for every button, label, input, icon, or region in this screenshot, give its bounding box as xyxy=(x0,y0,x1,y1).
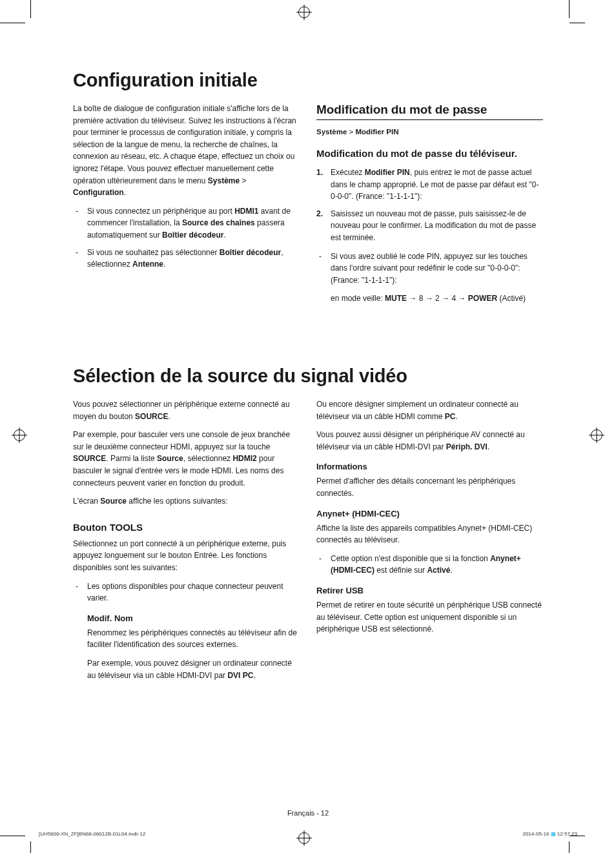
intro-bullets: Si vous connectez un périphérique au por… xyxy=(73,205,300,271)
label-hdmi2: HDMI2 xyxy=(232,454,256,463)
text: Si vous connectez un périphérique au por… xyxy=(87,207,234,216)
text: Si vous avez oublié le code PIN, appuyez… xyxy=(331,252,528,285)
text: L'écran xyxy=(73,497,100,506)
crop-mark xyxy=(569,0,570,18)
text: Saisissez un nouveau mot de passe, puis … xyxy=(331,209,536,242)
breadcrumb-modifier-pin: Modifier PIN xyxy=(355,128,398,136)
section-title-configuration: Configuration initiale xyxy=(73,70,543,91)
list-item: Cette option n'est disponible que si la … xyxy=(328,553,543,577)
crop-mark xyxy=(569,841,570,853)
text: Vous pouvez aussi désigner un périphériq… xyxy=(316,430,525,451)
paragraph: Affiche la liste des appareils compatibl… xyxy=(316,522,543,546)
label-active: Activé xyxy=(427,566,450,575)
crop-mark xyxy=(0,23,25,23)
section2-col-right: Ou encore désigner simplement un ordinat… xyxy=(316,398,543,688)
heading-informations: Informations xyxy=(316,462,543,471)
list-item: Les options disponibles pour chaque conn… xyxy=(85,581,300,604)
footer-timestamp: 2014-05-16 ▦ 12:57:23 xyxy=(522,831,577,837)
page-footer: Français - 12 xyxy=(0,809,616,817)
text: . xyxy=(223,231,225,240)
tools-desc: Sélectionnez un port connecté à un périp… xyxy=(73,538,300,574)
crop-mark xyxy=(0,836,25,836)
crop-mark xyxy=(30,0,31,18)
label-boitier: Boîtier décodeur xyxy=(220,248,281,257)
text: est définie sur xyxy=(375,566,427,575)
color-chip-icon: ▦ xyxy=(551,831,557,837)
label-source: Source xyxy=(100,497,127,506)
breadcrumb-sep: > xyxy=(240,176,246,185)
footer-time: 12:57:23 xyxy=(557,831,577,837)
document-page: Configuration initiale La boîte de dialo… xyxy=(0,0,616,853)
paragraph: Permet de retirer en toute sécurité un p… xyxy=(316,599,543,635)
heading-retirer-usb: Retirer USB xyxy=(316,586,543,595)
label-configuration: Configuration xyxy=(73,188,124,197)
paragraph: L'écran Source affiche les options suiva… xyxy=(73,495,300,508)
key-sequence: → 8 → 2 → 4 → xyxy=(407,294,468,303)
footer-filename: [UH5600-XN_ZF]BN68-06012B-01L04.indb 12 xyxy=(39,831,145,837)
password-steps: Exécutez Modifier PIN, puis entrez le mo… xyxy=(316,167,543,244)
paragraph: Vous pouvez sélectionner un périphérique… xyxy=(73,398,300,422)
label-hdmi1: HDMI1 xyxy=(234,207,258,216)
label-source-chaines: Source des chaînes xyxy=(182,218,255,227)
label-source-btn: SOURCE xyxy=(135,412,168,421)
label-power: POWER xyxy=(468,294,497,303)
text: . xyxy=(455,412,457,421)
heading-tools: Bouton TOOLS xyxy=(73,522,300,533)
text: affiche les options suivantes: xyxy=(127,497,228,506)
label-antenne: Antenne xyxy=(132,260,163,269)
label-source-btn: SOURCE xyxy=(73,454,106,463)
crop-mark xyxy=(30,841,31,853)
intro-text: La boîte de dialogue de configuration in… xyxy=(73,104,296,185)
registration-mark-icon xyxy=(298,832,310,844)
label-source: Source xyxy=(157,454,183,463)
section-title-selection-source: Sélection de la source du signal vidéo xyxy=(73,365,543,387)
list-item: Si vous ne souhaitez pas sélectionner Bo… xyxy=(85,247,300,271)
label-boitier: Boîtier décodeur xyxy=(162,231,223,240)
breadcrumb: Système > Modifier PIN xyxy=(316,127,543,138)
text: . Parmi la liste xyxy=(106,454,157,463)
text: Vous pouvez sélectionner un périphérique… xyxy=(73,400,290,421)
subheading-modif-mdp-tv: Modification du mot de passe du télévise… xyxy=(316,147,543,160)
text: Exécutez xyxy=(331,168,365,177)
text: . xyxy=(450,566,452,575)
text: Par exemple, vous pouvez désigner un ord… xyxy=(87,659,292,680)
breadcrumb-systeme: Système xyxy=(316,128,347,136)
registration-mark-icon xyxy=(14,429,25,441)
text: Si vous ne souhaitez pas sélectionner xyxy=(87,248,220,257)
standby-sequence: en mode veille: MUTE → 8 → 2 → 4 → POWER… xyxy=(331,293,543,305)
text: . xyxy=(168,412,170,421)
section1-col-right: Modification du mot de passe Système > M… xyxy=(316,103,543,311)
list-item: Si vous avez oublié le code PIN, appuyez… xyxy=(328,251,543,287)
text: Par exemple, pour basculer vers une cons… xyxy=(73,430,290,451)
paragraph: Ou encore désigner simplement un ordinat… xyxy=(316,398,543,422)
text: . xyxy=(488,442,489,451)
heading-modif-mdp: Modification du mot de passe xyxy=(316,103,543,120)
heading-modif-nom: Modif. Nom xyxy=(87,613,300,623)
label-pc: PC xyxy=(445,412,456,421)
registration-mark-icon xyxy=(591,429,602,441)
heading-anynet: Anynet+ (HDMI-CEC) xyxy=(316,509,543,519)
forgot-bullet: Si vous avez oublié le code PIN, appuyez… xyxy=(316,251,543,287)
text: en mode veille: xyxy=(331,294,385,303)
label-periph-dvi: Périph. DVI xyxy=(446,442,488,451)
section1-col-left: La boîte de dialogue de configuration in… xyxy=(73,103,300,311)
registration-mark-icon xyxy=(298,6,310,18)
label-dvi-pc: DVI PC xyxy=(227,671,253,680)
section2-columns: Vous pouvez sélectionner un périphérique… xyxy=(73,398,543,688)
text: Cette option n'est disponible que si la … xyxy=(331,554,490,563)
text: . xyxy=(124,188,126,197)
label-systeme: Système xyxy=(208,176,240,185)
text: , sélectionnez xyxy=(183,454,233,463)
list-item: Si vous connectez un périphérique au por… xyxy=(85,205,300,242)
paragraph: Permet d'afficher des détails concernant… xyxy=(316,475,543,499)
modif-nom-block: Modif. Nom Renommez les périphériques co… xyxy=(87,613,300,681)
section-selection-source: Sélection de la source du signal vidéo V… xyxy=(73,365,543,688)
paragraph: Vous pouvez aussi désigner un périphériq… xyxy=(316,429,543,453)
label-mute: MUTE xyxy=(385,294,407,303)
text: . xyxy=(163,260,165,269)
list-item: Saisissez un nouveau mot de passe, puis … xyxy=(328,208,543,244)
paragraph: Renommez les périphériques connectés au … xyxy=(87,627,300,651)
anynet-bullets: Cette option n'est disponible que si la … xyxy=(316,553,543,577)
tools-bullets: Les options disponibles pour chaque conn… xyxy=(73,581,300,604)
text: (Activé) xyxy=(497,294,526,303)
